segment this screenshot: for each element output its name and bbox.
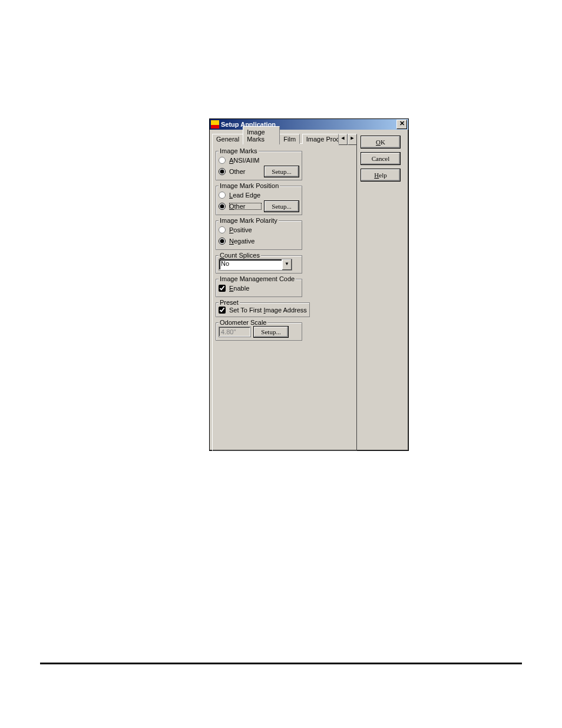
tab-general[interactable]: General: [212, 134, 243, 144]
radio-positive[interactable]: [219, 226, 226, 233]
group-count-splices: Count Splices No ▼: [216, 252, 302, 274]
label-set-first: Set To First Image Address: [229, 307, 307, 314]
tab-image-marks[interactable]: Image Marks: [243, 126, 280, 144]
group-image-mark-position: Image Mark Position Lead Edge Other Setu…: [216, 182, 302, 215]
label-lead-edge: Lead Edge: [229, 192, 299, 199]
tab-strip: General Image Marks Film Image Proce ◄ ►: [212, 132, 357, 144]
setup-application-dialog: Setup Application ✕ General Image Marks …: [209, 118, 409, 451]
legend-odometer: Odometer Scale: [219, 319, 267, 326]
setup-image-marks-button[interactable]: Setup...: [264, 166, 299, 177]
tab-scroll-right[interactable]: ►: [348, 134, 357, 145]
checkbox-imc-enable[interactable]: [219, 285, 226, 292]
legend-image-marks: Image Marks: [219, 147, 259, 154]
label-position-other: Other: [229, 203, 262, 210]
tab-scroll-left[interactable]: ◄: [338, 134, 348, 145]
title-bar[interactable]: Setup Application ✕: [210, 119, 408, 130]
checkbox-set-first[interactable]: [219, 307, 226, 314]
ok-button[interactable]: OK: [361, 136, 401, 149]
page-divider: [40, 663, 522, 664]
app-icon: [211, 120, 219, 129]
radio-position-other[interactable]: [219, 203, 226, 210]
legend-position: Image Mark Position: [219, 182, 280, 189]
legend-count-splices: Count Splices: [219, 252, 261, 259]
legend-polarity: Image Mark Polarity: [219, 217, 279, 224]
group-odometer: Odometer Scale 4.80" Setup...: [216, 319, 302, 341]
tab-image-processing[interactable]: Image Proce: [302, 134, 339, 144]
setup-odometer-button[interactable]: Setup...: [253, 326, 289, 338]
odometer-value-field: 4.80": [219, 327, 251, 337]
count-splices-value: No: [219, 259, 282, 270]
legend-imc: Image Management Code: [219, 275, 296, 282]
group-image-marks: Image Marks ANSI/AIIM Other Setup...: [216, 147, 302, 180]
radio-image-marks-other[interactable]: [219, 168, 226, 175]
tab-pane: Image Marks ANSI/AIIM Other Setup... Ima…: [212, 143, 357, 451]
radio-lead-edge[interactable]: [219, 192, 226, 199]
chevron-down-icon[interactable]: ▼: [282, 259, 292, 270]
group-image-mark-polarity: Image Mark Polarity Positive Negative: [216, 217, 302, 250]
radio-ansi-aiim[interactable]: [219, 157, 226, 164]
label-positive: Positive: [229, 226, 299, 233]
dialog-buttons: OK Cancel Help: [361, 132, 406, 448]
label-imc-enable: Enable: [229, 285, 299, 292]
group-imc: Image Management Code Enable: [216, 275, 302, 297]
label-negative: Negative: [229, 238, 299, 245]
label-ansi-aiim: ANSI/AIIM: [229, 157, 299, 164]
label-image-marks-other: Other: [229, 168, 262, 175]
tab-film[interactable]: Film: [279, 134, 300, 144]
radio-negative[interactable]: [219, 238, 226, 245]
group-preset: Preset Set To First Image Address: [216, 299, 310, 317]
legend-preset: Preset: [219, 299, 240, 306]
close-icon[interactable]: ✕: [396, 120, 407, 129]
count-splices-dropdown[interactable]: No ▼: [219, 259, 292, 271]
setup-position-button[interactable]: Setup...: [264, 200, 299, 212]
cancel-button[interactable]: Cancel: [361, 152, 401, 165]
help-button[interactable]: Help: [361, 169, 401, 182]
